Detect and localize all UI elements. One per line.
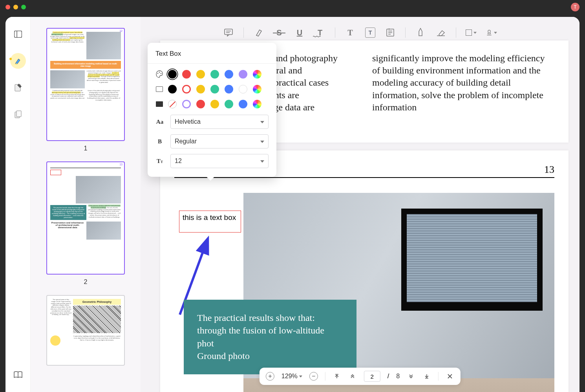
text-box-annotation[interactable]: this is a text box	[179, 211, 241, 233]
outline-swatch-red[interactable]	[182, 85, 191, 93]
thumb-textbox-marker	[50, 170, 61, 175]
fill-swatch-purple[interactable]	[182, 100, 191, 108]
color-swatch-red[interactable]	[182, 70, 191, 79]
outline-swatch-green[interactable]	[210, 85, 219, 93]
text-color-row	[155, 70, 269, 79]
user-avatar[interactable]: T	[571, 3, 580, 11]
color-swatch-yellow[interactable]	[196, 70, 205, 79]
highlight-tool-icon[interactable]	[253, 27, 264, 38]
zoom-out-button[interactable]: −	[309, 372, 318, 381]
page1-column-b: significantly improve the modeling effic…	[372, 52, 549, 131]
fill-swatch-red[interactable]	[196, 100, 205, 108]
outline-icon	[155, 85, 163, 93]
svg-rect-7	[225, 29, 232, 35]
underline-tool-icon[interactable]: U	[294, 27, 305, 38]
zoom-level-dropdown[interactable]: 129%	[282, 373, 302, 380]
thumb-page-number: 12	[119, 29, 122, 32]
first-page-button[interactable]	[333, 372, 341, 381]
font-size-select[interactable]: 12	[170, 154, 269, 168]
minimize-window-button[interactable]	[13, 5, 18, 9]
squiggly-tool-icon[interactable]: T	[314, 27, 325, 38]
outline-swatch-custom[interactable]	[253, 85, 261, 93]
fill-color-row	[155, 100, 269, 108]
fill-swatch-yellow[interactable]	[210, 100, 219, 108]
font-family-select[interactable]: Helvetica	[170, 115, 269, 129]
annotation-toolbar: S U T T T	[223, 24, 497, 41]
thumbnail-sidebar[interactable]: 12 Combined with practical cases, low-al…	[31, 17, 141, 392]
zoom-in-button[interactable]: +	[266, 372, 274, 381]
svg-point-20	[159, 72, 160, 73]
status-dot	[9, 58, 12, 60]
fill-icon	[155, 100, 163, 108]
strikethrough-tool-icon[interactable]: S	[274, 27, 285, 38]
outline-swatch-white[interactable]	[239, 85, 247, 93]
pages-tool-icon[interactable]	[10, 106, 26, 122]
font-weight-icon: B	[155, 138, 164, 145]
window-controls	[5, 5, 26, 9]
color-swatch-purple[interactable]	[239, 70, 247, 79]
thumb-title: Geometric Philosophy	[73, 299, 121, 305]
edit-tool-icon[interactable]	[10, 80, 26, 95]
page-input[interactable]	[364, 371, 380, 382]
next-page-button[interactable]	[407, 372, 415, 381]
outline-color-row	[155, 85, 269, 93]
text-tool-icon[interactable]: T	[345, 27, 356, 38]
shape-tool-icon[interactable]	[466, 27, 477, 38]
outline-swatch-yellow[interactable]	[196, 85, 205, 93]
fill-swatch-green[interactable]	[225, 100, 233, 108]
fill-swatch-none[interactable]	[168, 100, 177, 108]
textbox-properties-panel: Text Box	[148, 43, 276, 177]
page-number: 13	[544, 164, 554, 176]
fill-swatch-custom[interactable]	[253, 100, 261, 108]
thumb-title: Building environment information modelin…	[50, 61, 121, 69]
page-separator: /	[388, 373, 389, 380]
close-window-button[interactable]	[5, 5, 10, 9]
close-nav-button[interactable]	[446, 372, 454, 381]
thumbnail-1[interactable]: 12 Combined with practical cases, low-al…	[38, 28, 133, 152]
eraser-tool-icon[interactable]	[435, 27, 446, 38]
page-navigation-bar: + 129% − / 8	[260, 368, 461, 385]
text-color-icon	[155, 70, 163, 78]
font-size-icon: TT	[155, 158, 164, 165]
svg-point-21	[161, 73, 161, 74]
outline-swatch-black[interactable]	[168, 85, 177, 93]
panel-title: Text Box	[155, 50, 269, 58]
last-page-button[interactable]	[422, 372, 431, 381]
outline-swatch-blue[interactable]	[225, 85, 233, 93]
comment-tool-icon[interactable]	[223, 27, 234, 38]
macos-titlebar: T	[0, 0, 585, 14]
color-swatch-black[interactable]	[168, 70, 177, 79]
svg-rect-5	[16, 111, 21, 117]
color-swatch-custom[interactable]	[253, 70, 261, 79]
thumbnail-2[interactable]: 13 The practical results show that: thro…	[38, 161, 133, 286]
document-canvas[interactable]: S U T T T photogrammetry and ground phot…	[141, 17, 580, 392]
thumb-title: Preservation and inheritance of architec…	[50, 222, 85, 229]
fill-swatch-blue[interactable]	[239, 100, 247, 108]
textbox-tool-icon[interactable]: T	[365, 27, 375, 38]
page-total: 8	[396, 373, 400, 380]
svg-point-16	[488, 30, 490, 33]
fullscreen-window-button[interactable]	[21, 5, 26, 9]
pull-quote: The practical results show that: through…	[184, 300, 356, 374]
thumb-number: 1	[38, 145, 133, 152]
svg-rect-2	[15, 64, 17, 64]
thumb-number: 2	[38, 278, 133, 286]
thumb-page-number: 13	[119, 163, 122, 166]
note-tool-icon[interactable]	[385, 27, 396, 38]
color-swatch-blue[interactable]	[225, 70, 233, 79]
prev-page-button[interactable]	[348, 372, 357, 381]
sidebar-toggle-icon[interactable]	[10, 26, 26, 42]
font-weight-select[interactable]: Regular	[170, 134, 269, 148]
page-rule	[174, 177, 554, 178]
highlighter-tool-icon[interactable]	[10, 53, 26, 69]
stamp-tool-icon[interactable]	[486, 27, 497, 38]
svg-rect-0	[14, 31, 22, 38]
app-window: 12 Combined with practical cases, low-al…	[5, 17, 580, 392]
document-page-2: 13 this is a text box The practical resu…	[160, 150, 569, 392]
pen-tool-icon[interactable]	[415, 27, 426, 38]
svg-point-19	[157, 73, 158, 74]
reader-mode-icon[interactable]	[10, 367, 26, 383]
color-swatch-green[interactable]	[210, 70, 219, 79]
left-rail	[5, 17, 31, 392]
thumbnail-3[interactable]: The special point of this image can be e…	[38, 295, 133, 366]
